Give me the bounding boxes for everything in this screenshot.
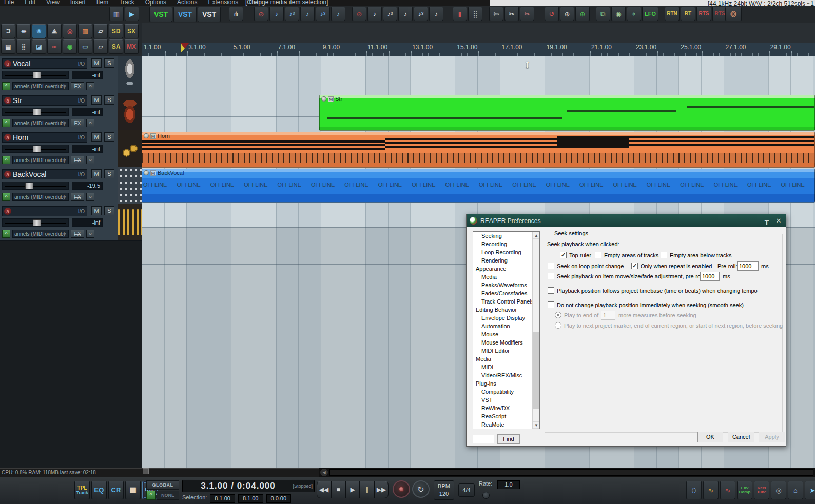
bpm-value[interactable]: 120 <box>434 490 454 498</box>
preferences-category[interactable]: Envelope Display <box>473 314 539 322</box>
note-triplet-icon[interactable]: ♪³ <box>414 7 428 21</box>
no-loop-icon[interactable]: ⊘ <box>254 7 268 21</box>
folder-icon[interactable]: ▱ <box>93 24 108 38</box>
envelope-button[interactable]: ^ <box>2 82 10 90</box>
only-repeat-checkbox[interactable] <box>631 263 638 269</box>
zoom-selection-icon[interactable]: ⊕ <box>575 7 590 21</box>
preferences-category[interactable]: Rendering <box>473 256 539 265</box>
empty-areas-checkbox[interactable] <box>595 252 601 258</box>
menu-item[interactable]: Edit <box>25 0 35 6</box>
record-input-dropdown[interactable]: annels (MIDI overdub)▼ <box>12 156 69 164</box>
preferences-category[interactable]: Compatibility <box>473 388 539 396</box>
dialog-title-bar[interactable]: REAPER Preferences ┳ ✕ <box>467 214 786 227</box>
envelope-icon[interactable]: ^ <box>146 491 156 500</box>
fx-button[interactable]: FX <box>71 230 84 238</box>
menu-item[interactable]: Insert <box>70 0 86 6</box>
record-arm-button[interactable]: a <box>4 97 11 104</box>
record-button[interactable] <box>393 480 410 498</box>
menu-item[interactable]: Options <box>145 0 166 6</box>
track-panel[interactable]: a I/O M S -inf ^ annels (MIDI overdub)▼ … <box>0 204 142 241</box>
action-figures-icon[interactable]: ⋔ <box>229 7 243 21</box>
io-button[interactable]: I/O <box>76 61 87 67</box>
media-explorer-icon[interactable]: ◪ <box>32 39 46 54</box>
record-arm-button[interactable]: a <box>4 134 11 141</box>
volume-value[interactable]: -inf <box>72 108 103 116</box>
mute-button[interactable]: M <box>91 58 102 68</box>
mic-record-icon[interactable]: ⬯ <box>686 481 702 499</box>
io-button[interactable]: I/O <box>76 98 87 104</box>
preferences-category[interactable]: Fades/Crossfades <box>473 289 539 297</box>
preferences-category[interactable]: Track Control Panels <box>473 297 539 306</box>
split-remove-icon[interactable]: ✂ <box>520 7 534 21</box>
screenset-a-icon[interactable]: SA <box>109 39 123 54</box>
cancel-button[interactable]: Cancel <box>728 432 754 442</box>
volume-slider[interactable] <box>2 182 69 190</box>
item-group-icon[interactable] <box>144 133 149 138</box>
solo-button[interactable]: S <box>104 206 114 215</box>
envelope-visibility-icon[interactable]: ◉ <box>611 7 626 21</box>
preferences-category[interactable]: ReaMote <box>473 420 539 429</box>
record-arm-button[interactable]: a <box>4 208 11 215</box>
rts-button[interactable]: RTS <box>696 7 711 21</box>
slider-thumb[interactable] <box>33 109 41 115</box>
track-panel[interactable]: a Horn I/O M S -inf ^ annels (MIDI overd… <box>0 130 142 167</box>
fx-button[interactable]: FX <box>71 82 84 90</box>
cr-button[interactable]: CR <box>108 481 124 499</box>
eq-button[interactable]: EQ <box>91 481 107 499</box>
preferences-category[interactable]: MIDI Editor <box>473 347 539 355</box>
scroll-up-icon[interactable]: ▲ <box>533 232 540 239</box>
slider-thumb[interactable] <box>25 183 33 189</box>
pause-button[interactable]: ∥ <box>360 481 374 498</box>
fx-button[interactable]: FX <box>71 119 84 127</box>
item-mute-icon[interactable]: M <box>328 96 334 102</box>
preferences-category[interactable]: Recording <box>473 240 539 248</box>
scroll-down-icon[interactable]: ▼ <box>533 421 540 429</box>
note-triplet-icon[interactable]: ♪³ <box>285 7 299 21</box>
track-name[interactable]: BackVocal <box>13 170 76 178</box>
preferences-category[interactable]: VST <box>473 396 539 404</box>
preferences-category[interactable]: Loop Recording <box>473 248 539 256</box>
smooth-seek-checkbox[interactable] <box>548 301 554 308</box>
fx-enable-button[interactable]: ○ <box>86 156 94 164</box>
lfo-button[interactable]: LFO <box>642 7 658 21</box>
horizontal-scrollbar[interactable]: ◀ <box>319 468 815 477</box>
track-name[interactable]: Vocal <box>13 59 76 68</box>
routing-nodes-icon[interactable]: ⚛ <box>32 24 46 38</box>
note-triplet-icon[interactable]: ♪³ <box>316 7 330 21</box>
item-split-arrows-icon[interactable]: ⇹ <box>16 24 31 38</box>
razor-edit-icon[interactable]: ✄ <box>489 7 503 21</box>
seek-loop-checkbox[interactable] <box>548 263 554 269</box>
volume-value[interactable]: -19.5 <box>72 182 103 190</box>
media-item-str[interactable]: M Str <box>319 95 815 131</box>
ok-button[interactable]: OK <box>697 432 723 442</box>
scroll-left-icon[interactable]: ◀ <box>320 469 328 476</box>
volume-slider[interactable] <box>2 71 69 79</box>
selection-end[interactable]: 8.1.00 <box>238 494 263 503</box>
vst-bypass-button[interactable]: VST <box>198 7 221 22</box>
record-input-dropdown[interactable]: annels (MIDI overdub)▼ <box>12 193 69 201</box>
undo-history-icon[interactable]: Ɔ <box>1 24 15 38</box>
record-input-dropdown[interactable]: annels (MIDI overdub)▼ <box>12 119 69 127</box>
edit-cursor-marker[interactable] <box>181 43 189 53</box>
note-eighth-icon[interactable]: ♪ <box>429 7 443 21</box>
repeat-button[interactable]: ↻ <box>412 480 430 498</box>
time-signature[interactable]: 4/4 <box>458 483 475 497</box>
pitch-tilt-icon[interactable]: ➤ <box>805 481 815 499</box>
io-button[interactable]: I/O <box>76 209 87 214</box>
item-group-icon[interactable] <box>321 96 326 102</box>
close-icon[interactable]: ✕ <box>774 217 783 225</box>
envelope-button[interactable]: ^ <box>2 193 10 201</box>
mixer-x-icon[interactable]: MX <box>124 39 139 54</box>
item-group-icon[interactable] <box>144 170 149 175</box>
scroll-track[interactable] <box>329 469 813 476</box>
preferences-category[interactable]: Media <box>473 355 539 363</box>
track-name[interactable]: Str <box>13 96 76 105</box>
follows-timebase-checkbox[interactable] <box>548 287 554 294</box>
volume-slider[interactable] <box>2 108 69 116</box>
media-item-backvocal[interactable]: M BackVocal OFFLINEOFFLINEOFFLINEOFFLINE… <box>142 169 815 203</box>
fx-button[interactable]: FX <box>71 156 84 164</box>
preferences-category[interactable]: Editing Behavior <box>473 306 539 314</box>
show-lanes-icon[interactable]: ▥ <box>78 24 92 38</box>
wardrobe-icon[interactable]: ⌂ <box>788 481 803 499</box>
fx-enable-button[interactable]: ○ <box>86 82 94 90</box>
